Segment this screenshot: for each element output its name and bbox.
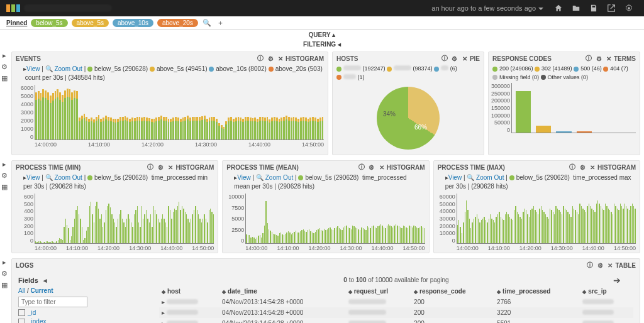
row-collapse-icon[interactable]: ▸ xyxy=(1,52,8,59)
panel-mode: HISTOGRAM xyxy=(286,55,324,62)
column-header[interactable]: request_url xyxy=(346,286,411,297)
tag-above-20s[interactable]: above_20s xyxy=(157,19,198,27)
table-row[interactable]: ▸ 04/Nov/2013:14:54:28 +00002002766 xyxy=(159,297,633,307)
ptmin-chart[interactable]: 600500400300200100014:00:0014:10:0014:20… xyxy=(12,194,218,253)
row-settings-icon[interactable]: ⚙ xyxy=(1,172,8,179)
row-add-icon[interactable]: ▦ xyxy=(1,281,8,288)
paging-info: 0 to 100 of 10000 available for paging ➔ xyxy=(159,274,633,286)
app-logo[interactable] xyxy=(6,4,20,12)
timerange-picker[interactable]: an hour ago to a few seconds ago xyxy=(431,4,543,12)
info-icon[interactable]: ⓘ xyxy=(441,55,448,62)
gear-icon[interactable]: ⚙ xyxy=(596,261,604,269)
home-icon[interactable] xyxy=(553,3,564,13)
panel-process-time-max: PROCESS TIME (MAX) ⓘ⚙✕ HISTOGRAM ▸View |… xyxy=(433,160,640,253)
table-row[interactable]: ▸ 04/Nov/2013:14:54:28 +00002003220 xyxy=(159,307,633,318)
zoom-out-link[interactable]: Zoom Out xyxy=(265,174,293,181)
row-add-icon[interactable]: ▦ xyxy=(1,183,8,190)
search-icon[interactable]: 🔍 xyxy=(203,19,211,27)
info-icon[interactable]: ⓘ xyxy=(585,55,592,62)
view-link[interactable]: View xyxy=(26,174,40,181)
close-icon[interactable]: ✕ xyxy=(461,55,469,62)
row-collapse-icon[interactable]: ▸ xyxy=(1,160,8,168)
gear-icon[interactable]: ⚙ xyxy=(267,55,274,62)
info-icon[interactable]: ⓘ xyxy=(358,163,365,171)
panel-process-time-mean: PROCESS TIME (MEAN) ⓘ⚙✕ HISTOGRAM ▸View … xyxy=(222,160,429,253)
row-settings-icon[interactable]: ⚙ xyxy=(1,270,8,277)
panel-logs: LOGS ⓘ⚙✕ TABLE Fields ◂ All / Current _i… xyxy=(11,258,640,323)
gear-icon[interactable]: ⚙ xyxy=(157,163,164,171)
column-header[interactable]: response_code xyxy=(411,286,494,297)
gear-icon[interactable]: ⚙ xyxy=(368,163,375,171)
panel-process-time-min: PROCESS TIME (MIN) ⓘ⚙✕ HISTOGRAM ▸View |… xyxy=(11,160,218,253)
export-icon[interactable] xyxy=(606,3,616,13)
close-icon[interactable]: ✕ xyxy=(167,163,174,171)
field-item[interactable]: _id xyxy=(18,309,150,317)
close-icon[interactable]: ✕ xyxy=(605,55,613,62)
row-settings-icon[interactable]: ⚙ xyxy=(1,63,8,70)
view-link[interactable]: View xyxy=(237,174,251,181)
info-icon[interactable]: ⓘ xyxy=(586,261,594,269)
pinned-label: Pinned xyxy=(6,19,27,26)
fields-filter-input[interactable] xyxy=(18,297,87,307)
gear-icon[interactable]: ⚙ xyxy=(579,163,586,171)
folder-icon[interactable] xyxy=(571,3,581,13)
fields-sidebar: Fields ◂ All / Current _id_index_type@ti… xyxy=(18,274,150,323)
close-icon[interactable]: ✕ xyxy=(277,55,284,62)
column-header[interactable]: host xyxy=(159,286,219,297)
column-header[interactable]: time_processed xyxy=(494,286,580,297)
panel-title: PROCESS TIME (MEAN) xyxy=(226,164,298,171)
fields-current-link[interactable]: Current xyxy=(30,287,53,294)
zoom-out-link[interactable]: Zoom Out xyxy=(54,65,82,72)
zoom-out-link[interactable]: Zoom Out xyxy=(476,174,504,181)
logs-table: hostdate_timerequest_urlresponse_codetim… xyxy=(159,286,633,323)
panel-title: EVENTS xyxy=(16,55,41,62)
app-title xyxy=(24,4,112,12)
ptmax-chart[interactable]: 600005000040000300002000010000014:00:001… xyxy=(434,194,640,253)
column-header[interactable]: date_time xyxy=(219,286,346,297)
tag-below-5s[interactable]: below_5s xyxy=(31,19,67,27)
panel-mode: HISTOGRAM xyxy=(175,164,214,171)
info-icon[interactable]: ⓘ xyxy=(257,55,264,62)
column-header[interactable]: src_ip xyxy=(580,286,633,297)
close-icon[interactable]: ✕ xyxy=(606,261,614,269)
ptmean-chart[interactable]: 10000750050002500014:00:0014:10:0014:20:… xyxy=(223,194,428,253)
zoom-out-link[interactable]: Zoom Out xyxy=(54,174,82,181)
chevron-left-icon[interactable]: ◂ xyxy=(42,277,49,285)
gear-icon[interactable]: ⚙ xyxy=(595,55,602,62)
field-item[interactable]: _index xyxy=(18,318,150,323)
tag-above-10s[interactable]: above_10s xyxy=(113,19,153,27)
topbar: an hour ago to a few seconds ago xyxy=(0,0,644,16)
panel-title: PROCESS TIME (MAX) xyxy=(438,164,505,171)
info-icon[interactable]: ⓘ xyxy=(147,163,154,171)
settings-icon[interactable] xyxy=(624,3,634,13)
tag-above-5s[interactable]: above_5s xyxy=(72,19,109,27)
view-link[interactable]: View xyxy=(26,65,40,72)
svg-point-0 xyxy=(628,7,630,9)
fields-all-link[interactable]: All xyxy=(18,287,25,294)
filtering-toggle[interactable]: FILTERING ◂ xyxy=(0,40,644,49)
panel-mode: TABLE xyxy=(615,262,636,269)
panel-response-codes: RESPONSE CODES ⓘ ⚙ ✕ TERMS 200 (249086) … xyxy=(488,52,640,155)
add-icon[interactable]: ＋ xyxy=(217,19,225,27)
panel-mode: PIE xyxy=(470,55,480,62)
panel-mode: HISTOGRAM xyxy=(597,164,636,171)
next-page-icon[interactable]: ➔ xyxy=(613,275,621,285)
panel-title: LOGS xyxy=(16,262,33,269)
gear-icon[interactable]: ⚙ xyxy=(451,55,458,62)
view-link[interactable]: View xyxy=(448,174,462,181)
hosts-pie[interactable]: 34% 66% xyxy=(377,87,440,150)
panel-events: EVENTS ⓘ ⚙ ✕ HISTOGRAM ▸View | 🔍 Zoom Ou… xyxy=(11,52,328,155)
close-icon[interactable]: ✕ xyxy=(589,163,596,171)
table-row[interactable]: ▸ 04/Nov/2013:14:54:28 +00002005591 xyxy=(159,318,633,323)
query-toggle[interactable]: QUERY ▴ xyxy=(0,30,644,40)
row-collapse-icon[interactable]: ▸ xyxy=(1,258,8,266)
events-chart[interactable]: 6000500040003000200010000 14:00:0014:10:… xyxy=(12,85,328,149)
save-icon[interactable] xyxy=(589,3,599,13)
panel-hosts: HOSTS ⓘ ⚙ ✕ PIE (192247) (98374) (6) (1)… xyxy=(332,52,484,155)
pinned-row: Pinned below_5s above_5s above_10s above… xyxy=(0,16,644,30)
panel-mode: HISTOGRAM xyxy=(387,164,425,171)
row-add-icon[interactable]: ▦ xyxy=(1,74,8,82)
info-icon[interactable]: ⓘ xyxy=(569,163,576,171)
close-icon[interactable]: ✕ xyxy=(378,163,386,171)
response-codes-chart[interactable]: 300000250000200000150000100000500000 xyxy=(489,83,640,142)
